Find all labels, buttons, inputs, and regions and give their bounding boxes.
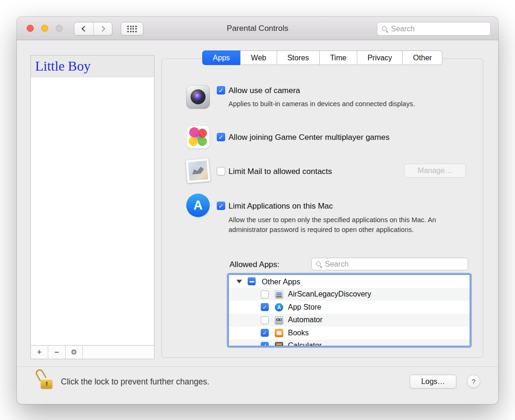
group-label: Other Apps: [262, 277, 301, 286]
game-center-checkbox[interactable]: [217, 133, 225, 141]
airscan-checkbox[interactable]: [261, 290, 269, 298]
game-center-label: Allow joining Game Center multiplayer ga…: [228, 133, 390, 142]
automator-app-icon: [275, 316, 283, 325]
automator-checkbox[interactable]: [261, 316, 269, 324]
allowed-apps-list[interactable]: Other Apps AirScanLegacyDiscovery App St…: [228, 275, 470, 346]
limit-mail-label: Limit Mail to allowed contacts: [228, 167, 332, 176]
tab-stores[interactable]: Stores: [277, 51, 320, 65]
app-name: Calculator: [288, 341, 322, 346]
app-name: App Store: [288, 303, 321, 311]
unlocked-padlock-icon: [41, 379, 52, 389]
list-group-other-apps[interactable]: Other Apps: [229, 275, 470, 288]
tab-other[interactable]: Other: [402, 51, 442, 65]
airscan-app-icon: [275, 290, 283, 299]
allowed-apps-search-field[interactable]: [311, 258, 468, 270]
allow-camera-label: Allow use of camera: [228, 86, 300, 95]
titlebar-search-field[interactable]: [377, 22, 491, 36]
disclosure-triangle-icon[interactable]: [236, 280, 242, 283]
footer-divider: [17, 366, 498, 367]
game-center-icon: [186, 125, 210, 149]
allowed-apps-label: Allowed Apps:: [229, 260, 280, 269]
allowed-apps-search-input[interactable]: [325, 260, 464, 268]
user-name: Little Boy: [35, 58, 90, 74]
titlebar-search-input[interactable]: [391, 25, 486, 33]
search-icon: [382, 26, 388, 32]
tab-privacy[interactable]: Privacy: [357, 51, 403, 65]
list-item-books[interactable]: Books: [229, 326, 470, 340]
remove-user-button[interactable]: −: [48, 346, 66, 359]
manage-contacts-button: Manage…: [404, 164, 466, 178]
limit-mail-checkbox[interactable]: [217, 167, 225, 175]
calculator-app-icon: [275, 342, 283, 347]
list-item-automator[interactable]: Automator: [229, 314, 470, 327]
calculator-checkbox[interactable]: [261, 342, 269, 347]
other-apps-group-checkbox[interactable]: [248, 277, 256, 285]
allow-camera-subtitle: Applies to built-in cameras in devices a…: [228, 99, 472, 109]
sidebar-item-user[interactable]: Little Boy: [31, 56, 154, 77]
books-app-icon: [275, 329, 283, 337]
add-user-button[interactable]: +: [31, 346, 48, 359]
user-sidebar: Little Boy + − ⚙: [30, 55, 154, 359]
gear-icon[interactable]: ⚙: [66, 346, 83, 359]
titlebar: Parental Controls: [17, 17, 498, 40]
list-item-airscan[interactable]: AirScanLegacyDiscovery: [229, 288, 470, 301]
tab-apps[interactable]: Apps: [202, 51, 241, 65]
logs-button[interactable]: Logs…: [410, 375, 456, 389]
app-store-checkbox[interactable]: [261, 303, 269, 311]
app-store-icon: [186, 194, 210, 217]
lock-hint-text: Click the lock to prevent further change…: [61, 377, 209, 387]
lock-button[interactable]: [37, 369, 56, 392]
limit-applications-description: Allow the user to open only the specifie…: [228, 215, 465, 235]
limit-applications-label: Limit Applications on this Mac: [228, 202, 333, 211]
list-item-app-store[interactable]: App Store: [229, 301, 470, 314]
app-name: AirScanLegacyDiscovery: [288, 290, 371, 298]
app-name: Books: [288, 329, 309, 337]
books-checkbox[interactable]: [261, 329, 269, 337]
limit-applications-checkbox[interactable]: [217, 202, 225, 210]
help-button[interactable]: ?: [467, 375, 480, 388]
tab-bar: Apps Web Stores Time Privacy Other: [162, 51, 483, 65]
tab-web[interactable]: Web: [240, 51, 277, 65]
mail-app-icon: [185, 158, 211, 183]
app-store-mini-icon: [275, 303, 283, 311]
tab-time[interactable]: Time: [319, 51, 357, 65]
search-icon: [316, 261, 322, 268]
app-name: Automator: [288, 316, 323, 324]
list-item-calculator[interactable]: Calculator: [229, 340, 470, 347]
sidebar-toolbar: + − ⚙: [31, 345, 154, 359]
parental-controls-window: Parental Controls Little Boy + − ⚙ Apps …: [17, 17, 498, 404]
allow-camera-checkbox[interactable]: [217, 86, 225, 94]
camera-app-icon: [186, 85, 210, 109]
